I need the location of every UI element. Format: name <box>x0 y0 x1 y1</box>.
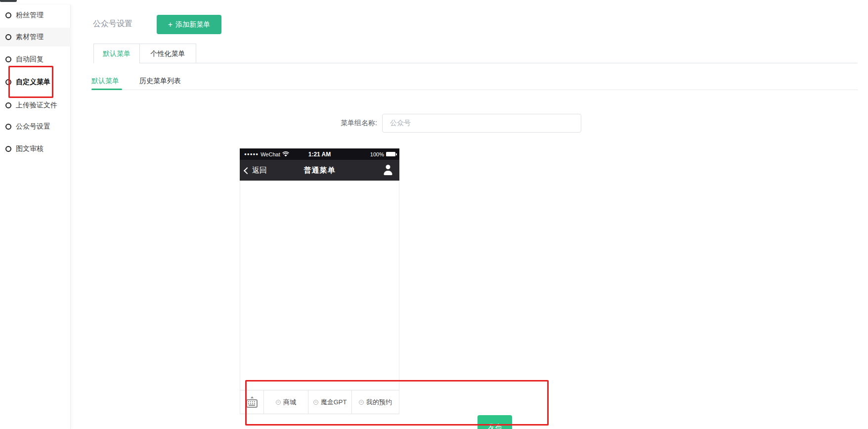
menu-group-name-label: 菜单组名称: <box>316 119 377 128</box>
sidebar-item-label: 素材管理 <box>16 33 43 42</box>
circle-icon <box>5 124 11 130</box>
menu-cell-shop[interactable]: 商城 <box>263 390 308 414</box>
page-title: 公众号设置 <box>93 19 132 29</box>
battery-icon <box>386 152 395 156</box>
subtabs-border <box>91 90 858 90</box>
phone-nav-title: 普通菜单 <box>304 160 336 181</box>
sidebar-item-account-settings[interactable]: 公众号设置 <box>0 117 71 136</box>
sidebar-item-label: 上传验证文件 <box>16 101 57 110</box>
menu-group-name-input[interactable] <box>382 114 581 133</box>
sidebar-item-label: 图文审核 <box>16 144 43 153</box>
top-edge-artifact <box>0 0 17 2</box>
sidebar-item-custom-menu[interactable]: 自定义菜单 <box>0 73 71 92</box>
circled-dash-icon <box>276 400 281 405</box>
circle-icon <box>5 79 11 85</box>
menu-cell-label: 商城 <box>283 398 296 407</box>
phone-body <box>240 181 399 390</box>
sidebar-item-fan-management[interactable]: 粉丝管理 <box>0 6 71 25</box>
sidebar: 粉丝管理 素材管理 自动回复 自定义菜单 上传验证文件 公众号设置 图文审核 <box>0 5 71 429</box>
circle-icon <box>5 34 11 40</box>
app-window: 粉丝管理 素材管理 自动回复 自定义菜单 上传验证文件 公众号设置 图文审核 公… <box>0 0 868 429</box>
phone-menu-bar: 商城 魔盒GPT 我的预约 <box>240 390 399 414</box>
phone-preview: ●●●●● WeChat 1:21 AM 100% 返回 <box>240 148 399 414</box>
subtab-default-menu[interactable]: 默认菜单 <box>91 76 119 87</box>
circled-dash-icon <box>359 400 364 405</box>
keyboard-icon <box>246 399 258 408</box>
circled-dash-icon <box>313 400 318 405</box>
wifi-icon <box>282 151 289 157</box>
sidebar-item-label: 公众号设置 <box>16 122 50 131</box>
publish-button[interactable]: 发布 <box>477 415 512 429</box>
carrier-label: WeChat <box>260 151 280 157</box>
menu-cell-label: 魔盒GPT <box>321 398 347 407</box>
active-subtab-underline <box>91 89 122 90</box>
battery-percent: 100% <box>370 151 384 157</box>
contact-person-icon <box>383 165 393 176</box>
status-time: 1:21 AM <box>308 148 331 160</box>
tab-personalized-menu[interactable]: 个性化菜单 <box>140 44 196 63</box>
keyboard-toggle-cell[interactable] <box>240 390 263 414</box>
sidebar-item-upload-verification-file[interactable]: 上传验证文件 <box>0 96 71 115</box>
back-button: 返回 <box>245 160 267 181</box>
add-new-menu-label: 添加新菜单 <box>175 20 210 29</box>
chevron-left-icon <box>244 167 251 174</box>
circle-icon <box>5 12 11 18</box>
subtab-history-menu-list[interactable]: 历史菜单列表 <box>139 76 181 87</box>
menu-cell-my-reservations[interactable]: 我的预约 <box>351 390 399 414</box>
sidebar-item-label: 自动回复 <box>16 55 43 64</box>
circle-icon <box>5 146 11 152</box>
phone-status-bar: ●●●●● WeChat 1:21 AM 100% <box>240 148 399 160</box>
back-label: 返回 <box>252 166 267 175</box>
menu-cell-label: 我的预约 <box>366 398 392 407</box>
primary-tabs-border <box>93 63 858 63</box>
circle-icon <box>5 102 11 108</box>
plus-icon: + <box>168 21 173 29</box>
sidebar-item-article-review[interactable]: 图文审核 <box>0 140 71 158</box>
sidebar-item-label: 粉丝管理 <box>16 11 43 20</box>
menu-cell-magic-box-gpt[interactable]: 魔盒GPT <box>308 390 351 414</box>
phone-nav-bar: 返回 普通菜单 <box>240 160 399 181</box>
circle-icon <box>5 56 11 62</box>
signal-dots-icon: ●●●●● <box>244 152 259 156</box>
sidebar-item-label: 自定义菜单 <box>16 78 50 87</box>
caret-up-icon <box>251 396 254 398</box>
tab-default-menu[interactable]: 默认菜单 <box>93 44 140 63</box>
sidebar-item-auto-reply[interactable]: 自动回复 <box>0 50 71 69</box>
add-new-menu-button[interactable]: + 添加新菜单 <box>157 15 221 34</box>
sidebar-item-material-management[interactable]: 素材管理 <box>0 28 71 47</box>
